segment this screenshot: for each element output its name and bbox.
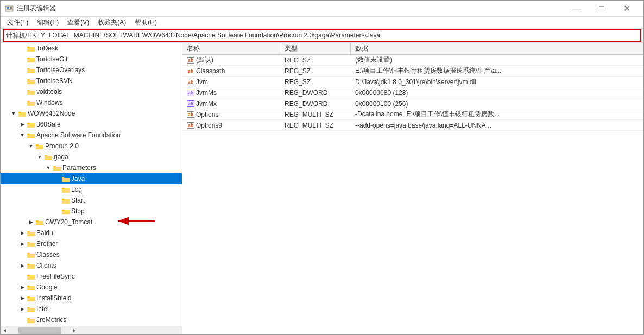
expand-classes	[18, 249, 27, 260]
tree-node-tortoisegit[interactable]: TortoiseGit	[1, 54, 182, 65]
folder-icon-stop	[61, 207, 70, 216]
svg-rect-2	[10, 7, 12, 8]
horizontal-scrollbar[interactable]	[1, 326, 182, 334]
tree-node-installshield[interactable]: ▶ InstallShield	[1, 293, 182, 304]
tree-node-google[interactable]: ▶ Google	[1, 282, 182, 293]
table-row[interactable]: ab JvmMx REG_DWORD 0x00000100 (256)	[182, 98, 643, 109]
address-input[interactable]: 计算机\HKEY_LOCAL_MACHINE\SOFTWARE\WOW6432N…	[3, 29, 641, 42]
folder-icon-google	[27, 283, 35, 292]
tree-node-jremetrics[interactable]: JreMetrics	[1, 314, 182, 325]
tree-node-tortoiseoverlays[interactable]: TortoiseOverlays	[1, 65, 182, 75]
tree-node-wow6432node[interactable]: ▼ WOW6432Node	[1, 108, 182, 119]
tree-node-gwy20tomcat[interactable]: ▶ GWY20_Tomcat	[1, 217, 182, 227]
tree-node-apache[interactable]: ▼ Apache Software Foundation	[1, 130, 182, 141]
label-java: Java	[71, 175, 85, 182]
scroll-thumb[interactable]	[18, 327, 61, 334]
tree-node-freefilesync[interactable]: FreeFileSync	[1, 271, 182, 282]
minimize-button[interactable]: —	[564, 1, 589, 17]
tree-node-intel[interactable]: ▶ Intel	[1, 304, 182, 314]
svg-rect-56	[27, 318, 30, 319]
folder-icon-gwy20tomcat	[35, 218, 44, 226]
tree-node-tortoisesvn[interactable]: TortoiseSVN	[1, 75, 182, 86]
folder-icon-tortoisesvn	[27, 77, 35, 85]
left-panel: ToDesk TortoiseGit	[1, 43, 182, 334]
expand-procrun[interactable]: ▼	[27, 141, 35, 151]
menu-view[interactable]: 查看(V)	[63, 17, 93, 28]
svg-rect-47	[27, 275, 35, 280]
folder-icon-parameters	[53, 163, 61, 172]
expand-gaga[interactable]: ▼	[35, 151, 44, 162]
tree-node-procrun[interactable]: ▼ Procrun 2.0	[1, 141, 182, 151]
table-row[interactable]: ab Options9 REG_MULTI_SZ --add-opens=jav…	[182, 120, 643, 131]
table-row[interactable]: ab (默认) REG_SZ (数值未设置)	[182, 55, 643, 66]
table-row[interactable]: ab Options REG_MULTI_SZ -Dcatalina.home=…	[182, 109, 643, 120]
svg-rect-13	[27, 91, 35, 95]
svg-rect-18	[18, 112, 21, 113]
label-gaga: gaga	[54, 153, 68, 161]
svg-rect-17	[18, 112, 26, 117]
svg-rect-6	[27, 47, 30, 48]
expand-google[interactable]: ▶	[18, 282, 27, 293]
expand-360safe[interactable]: ▶	[18, 119, 27, 130]
expand-installshield[interactable]: ▶	[18, 293, 27, 304]
tree-node-todesk[interactable]: ToDesk	[1, 43, 182, 54]
expand-wow6432node[interactable]: ▼	[9, 108, 18, 119]
menu-help[interactable]: 帮助(H)	[130, 17, 161, 28]
svg-rect-11	[27, 80, 35, 84]
svg-rect-39	[27, 232, 35, 236]
expand-gwy20tomcat[interactable]: ▶	[27, 217, 35, 227]
tree-container[interactable]: ToDesk TortoiseGit	[1, 43, 182, 326]
scroll-right-btn[interactable]	[70, 326, 79, 335]
maximize-button[interactable]: □	[589, 1, 614, 17]
expand-apache[interactable]: ▼	[18, 130, 27, 141]
folder-icon-wow6432node	[18, 109, 27, 118]
tree-node-stop[interactable]: Stop	[1, 206, 182, 217]
expand-brother[interactable]: ▶	[18, 238, 27, 249]
reg-sz-icon: ab	[187, 57, 194, 64]
table-row[interactable]: ab JvmMs REG_DWORD 0x00000080 (128)	[182, 87, 643, 98]
folder-icon-baidu	[27, 229, 35, 237]
tree-node-java[interactable]: Java	[1, 173, 182, 184]
tree-node-baidu[interactable]: ▶ Baidu	[1, 227, 182, 238]
expand-intel[interactable]: ▶	[18, 304, 27, 314]
label-todesk: ToDesk	[36, 45, 58, 52]
svg-marker-57	[4, 329, 6, 332]
tree-node-start[interactable]: Start	[1, 195, 182, 206]
tree-node-clients[interactable]: ▶ Clients	[1, 260, 182, 271]
table-row[interactable]: ab Jvm REG_SZ D:\Java\jdk1.8.0_301\jre\b…	[182, 77, 643, 87]
menu-edit[interactable]: 编辑(E)	[33, 17, 63, 28]
tree-node-voidtools[interactable]: voidtools	[1, 86, 182, 97]
tree-node-gaga[interactable]: ▼ gaga	[1, 151, 182, 162]
label-tortoisesvn: TortoiseSVN	[36, 77, 73, 85]
menu-favorites[interactable]: 收藏夹(A)	[93, 17, 130, 28]
tree-node-windows[interactable]: Windows	[1, 97, 182, 108]
cell-data-classpath: E:\项目工作\恒丰银行租赁房数据报送系统\生产\a...	[351, 66, 643, 76]
svg-rect-23	[36, 145, 43, 149]
svg-rect-26	[45, 155, 47, 156]
main-content: ToDesk TortoiseGit	[1, 43, 643, 334]
svg-rect-50	[27, 286, 30, 287]
cell-type-jvmmx: REG_DWORD	[280, 98, 351, 109]
expand-clients[interactable]: ▶	[18, 260, 27, 271]
menu-file[interactable]: 文件(F)	[3, 17, 33, 28]
folder-icon-brother	[27, 239, 35, 248]
expand-baidu[interactable]: ▶	[18, 227, 27, 238]
svg-rect-37	[36, 221, 43, 225]
expand-parameters[interactable]: ▼	[44, 162, 53, 173]
svg-rect-5	[27, 47, 35, 52]
svg-rect-1	[7, 7, 9, 9]
scroll-left-btn[interactable]	[1, 326, 9, 335]
label-log: Log	[71, 186, 82, 193]
expand-start	[53, 195, 61, 206]
tree-node-brother[interactable]: ▶ Brother	[1, 238, 182, 249]
tree-node-360safe[interactable]: ▶ 360Safe	[1, 119, 182, 130]
table-row[interactable]: ab Classpath REG_SZ E:\项目工作\恒丰银行租赁房数据报送系…	[182, 66, 643, 77]
tree-node-log[interactable]: Log	[1, 184, 182, 195]
cell-data-options: -Dcatalina.home=E:\项目工作\恒丰银行租赁房数...	[351, 109, 643, 119]
table-header: 名称 类型 数据	[182, 43, 643, 55]
tree-node-parameters[interactable]: ▼ Parameters	[1, 162, 182, 173]
close-button[interactable]: ✕	[614, 1, 639, 17]
tree-node-classes[interactable]: Classes	[1, 249, 182, 260]
cell-name-default: ab (默认)	[182, 55, 280, 65]
folder-icon-360safe	[27, 120, 35, 129]
